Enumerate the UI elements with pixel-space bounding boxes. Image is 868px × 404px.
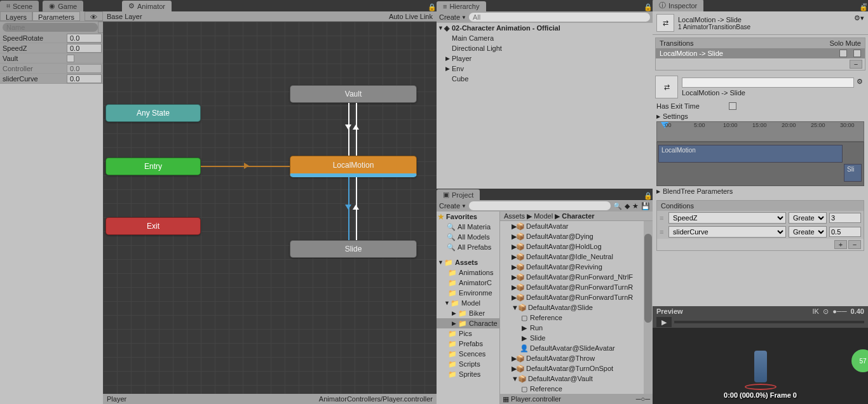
solo-checkbox[interactable] — [839, 50, 847, 57]
subtab-parameters[interactable]: Parameters — [32, 11, 80, 21]
file-defaultavatar-slideavatar[interactable]: 👤DefaultAvatar@SlideAvatar — [500, 343, 653, 353]
has-exit-time-checkbox[interactable] — [729, 102, 736, 110]
file-defaultavatar-runforward-ntrlf[interactable]: ▶📦DefaultAvatar@RunForward_NtrlF — [500, 272, 653, 282]
project-folder-tree[interactable]: ★ Favorites 🔍 All Materia 🔍 All Models 🔍… — [437, 212, 500, 404]
condition-row-1[interactable]: ≡ sliderCurve Greater — [657, 225, 864, 239]
grip-icon[interactable]: ≡ — [660, 214, 666, 222]
cond1-op[interactable]: Greater — [789, 226, 827, 238]
lock-button[interactable]: 🔒 — [428, 2, 437, 11]
param-speedz[interactable]: SpeedZ — [0, 44, 67, 52]
hierarchy-player[interactable]: ▶Player — [437, 53, 653, 64]
param-slidercurve-value[interactable]: 0.0 — [67, 74, 102, 83]
subtab-layers[interactable]: Layers — [0, 11, 32, 21]
add-condition-button[interactable]: + — [834, 240, 847, 249]
hierarchy-env[interactable]: ▶Env — [437, 64, 653, 74]
file-defaultavatar-throw[interactable]: ▶📦DefaultAvatar@Throw — [500, 353, 653, 363]
play-button[interactable]: ▶ — [656, 317, 672, 327]
node-slide[interactable]: Slide — [290, 240, 417, 258]
eye-button[interactable]: 👁 — [85, 11, 103, 21]
file-slide[interactable]: ▶Slide — [500, 333, 653, 343]
project-create[interactable]: Create▼ — [439, 202, 466, 210]
hierarchy-lock[interactable]: 🔒 — [644, 2, 653, 11]
param-vault-checkbox[interactable] — [67, 55, 74, 62]
node-localmotion[interactable]: LocalMotion — [290, 156, 417, 177]
remove-condition-button[interactable]: − — [848, 240, 861, 249]
cond0-op[interactable]: Greater — [789, 212, 827, 224]
blendtree-foldout[interactable]: BlendTree Parameters — [653, 186, 868, 196]
transition-timeline[interactable]: :00 5:00 10:00 15:00 20:00 25:00 30:00 — [656, 121, 864, 142]
project-lock[interactable]: 🔒 — [644, 191, 653, 200]
cond1-value[interactable] — [829, 227, 861, 237]
filter-star-icon[interactable]: ★ — [632, 202, 639, 210]
tab-inspector[interactable]: ⓘInspector — [653, 0, 703, 11]
file-defaultavatar[interactable]: ▶📦DefaultAvatar — [500, 221, 653, 231]
project-file-list[interactable]: ▶📦DefaultAvatar▶📦DefaultAvatar@Dying▶📦De… — [500, 221, 653, 394]
file-defaultavatar-vault[interactable]: ▼📦DefaultAvatar@Vault — [500, 374, 653, 384]
slider-handle[interactable]: ─○─ — [636, 395, 650, 403]
file-run[interactable]: ▶Run — [500, 323, 653, 333]
gear-icon[interactable]: ⚙▾ — [854, 14, 864, 22]
project-breadcrumb[interactable]: Assets ▶ Model ▶ Character — [500, 212, 653, 221]
file-defaultavatar-runforwardturnr[interactable]: ▶📦DefaultAvatar@RunForwardTurnR — [500, 282, 653, 292]
transition-list-item[interactable]: LocalMotion -> Slide — [656, 48, 865, 58]
hierarchy-create[interactable]: Create▼ — [439, 13, 466, 21]
scene-root[interactable]: ▼ ◈ 02-Character Animation - Official — [437, 23, 653, 33]
node-entry[interactable]: Entry — [105, 158, 201, 175]
node-anystate[interactable]: Any State — [105, 104, 201, 122]
file-defaultavatar-idle-neutral[interactable]: ▶📦DefaultAvatar@Idle_Neutral — [500, 252, 653, 262]
project-search[interactable] — [469, 201, 611, 210]
preview-scrubber[interactable] — [674, 321, 864, 323]
file-defaultavatar-runforwardturnr[interactable]: ▶📦DefaultAvatar@RunForwardTurnR — [500, 292, 653, 302]
hierarchy-main-camera[interactable]: Main Camera — [437, 33, 653, 43]
layer-breadcrumb[interactable]: Base Layer — [107, 13, 142, 20]
condition-row-0[interactable]: ≡ SpeedZ Greater — [657, 211, 864, 225]
hierarchy-search[interactable] — [469, 13, 650, 22]
param-speedz-value[interactable]: 0.0 — [67, 44, 102, 53]
clip-localmotion[interactable]: LocalMotion — [658, 145, 843, 163]
param-slidercurve[interactable]: sliderCurve — [0, 75, 67, 83]
tab-game[interactable]: ◉Game — [43, 1, 83, 11]
animator-graph[interactable]: Any State Entry Exit Vault LocalMotion S… — [103, 22, 437, 394]
tab-hierarchy[interactable]: ≡Hierarchy — [437, 1, 486, 11]
auto-live-link[interactable]: Auto Live Link — [389, 13, 433, 20]
param-search[interactable] — [3, 23, 98, 32]
speed-slider[interactable]: ●── — [832, 307, 846, 315]
node-exit[interactable]: Exit — [105, 217, 201, 235]
node-vault[interactable]: Vault — [290, 85, 417, 103]
param-vault[interactable]: Vault — [0, 55, 67, 62]
hierarchy-directional-light[interactable]: Directional Light — [437, 43, 653, 53]
tab-animator[interactable]: ⚙Animator — [122, 1, 172, 11]
remove-transition-button[interactable]: − — [850, 60, 862, 69]
file-reference[interactable]: ▢Reference — [500, 313, 653, 323]
inspector-context[interactable]: ▪≡ — [862, 1, 867, 8]
param-speedrotate[interactable]: SpeedRotate — [0, 34, 67, 42]
param-speedrotate-value[interactable]: 0.0 — [67, 34, 102, 43]
preview-viewport[interactable]: 57 0:00 (000.0%) Frame 0 — [653, 328, 868, 404]
transition-name-input[interactable] — [682, 77, 854, 88]
cond0-value[interactable] — [829, 213, 861, 223]
transition-clip-area[interactable]: LocalMotion Sli — [656, 142, 864, 186]
file-defaultavatar-reviving[interactable]: ▶📦DefaultAvatar@Reviving — [500, 262, 653, 272]
file-defaultavatar-holdlog[interactable]: ▶📦DefaultAvatar@HoldLog — [500, 241, 653, 252]
cond1-param[interactable]: sliderCurve — [668, 226, 786, 238]
grip-icon[interactable]: ≡ — [660, 228, 666, 236]
filter-icon[interactable]: 🔍 — [613, 202, 622, 210]
tab-project[interactable]: ▣Project — [437, 189, 480, 200]
file-reference[interactable]: ▢Reference — [500, 384, 653, 394]
hierarchy-cube[interactable]: Cube — [437, 74, 653, 84]
field-gear-icon[interactable]: ⚙ — [854, 77, 865, 88]
file-defaultavatar-slide[interactable]: ▼📦DefaultAvatar@Slide — [500, 302, 653, 313]
filter-type-icon[interactable]: ◆ — [625, 202, 630, 210]
clip-slide[interactable]: Sli — [844, 164, 862, 182]
2d-icon[interactable]: ⊙ — [823, 307, 829, 315]
mute-checkbox[interactable] — [853, 50, 861, 57]
tab-scene[interactable]: ⌗Scene — [0, 1, 39, 11]
orientation-gizmo[interactable]: 57 — [851, 349, 868, 372]
ik-icon[interactable]: IK — [813, 307, 819, 315]
file-defaultavatar-dying[interactable]: ▶📦DefaultAvatar@Dying — [500, 231, 653, 241]
file-defaultavatar-turnonspot[interactable]: ▶📦DefaultAvatar@TurnOnSpot — [500, 363, 653, 374]
save-icon[interactable]: 💾 — [641, 202, 650, 210]
settings-foldout[interactable]: Settings — [653, 111, 868, 121]
cond0-param[interactable]: SpeedZ — [668, 212, 786, 224]
scrollbar[interactable] — [644, 221, 653, 394]
